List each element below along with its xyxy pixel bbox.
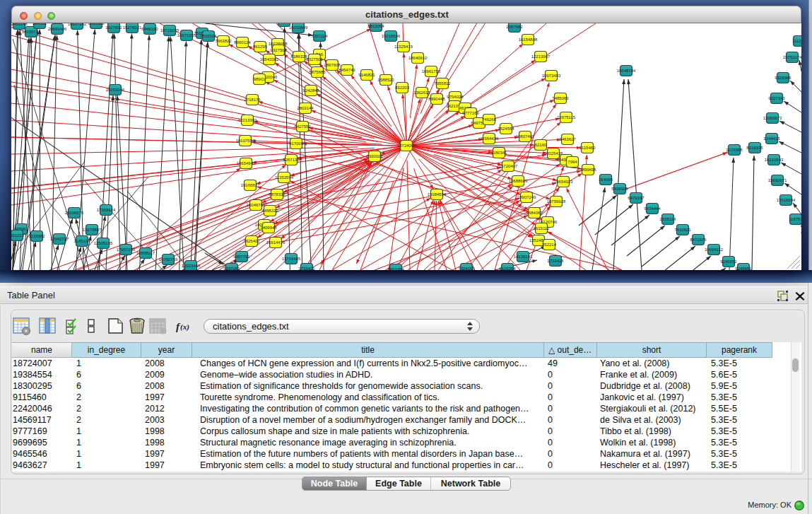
svg-text:1362615: 1362615 xyxy=(413,90,430,95)
svg-text:8660124: 8660124 xyxy=(234,40,251,45)
svg-text:1409948: 1409948 xyxy=(260,226,277,230)
svg-text:98901: 98901 xyxy=(254,77,266,81)
svg-text:6479197: 6479197 xyxy=(628,196,645,200)
svg-text:2935114: 2935114 xyxy=(660,217,677,221)
svg-text:17016504: 17016504 xyxy=(777,198,796,202)
svg-text:9337261: 9337261 xyxy=(223,267,240,270)
svg-text:12942737: 12942737 xyxy=(50,237,69,241)
svg-text:17359924: 17359924 xyxy=(97,208,116,212)
svg-text:20206576: 20206576 xyxy=(65,211,84,215)
svg-text:1733421: 1733421 xyxy=(298,267,315,270)
svg-text:16210643: 16210643 xyxy=(765,158,784,162)
svg-text:9327505: 9327505 xyxy=(306,57,323,62)
svg-text:16782759: 16782759 xyxy=(159,257,178,262)
svg-text:9146821: 9146821 xyxy=(358,73,375,77)
svg-text:2087682: 2087682 xyxy=(506,25,523,29)
svg-text:8427552: 8427552 xyxy=(294,124,311,129)
svg-text:7515526: 7515526 xyxy=(200,34,217,38)
svg-text:16154808: 16154808 xyxy=(519,37,538,42)
svg-text:11353594: 11353594 xyxy=(275,175,294,180)
svg-text:1145194: 1145194 xyxy=(74,239,91,243)
svg-text:9684067: 9684067 xyxy=(526,211,543,215)
svg-text:7964: 7964 xyxy=(567,160,577,164)
svg-text:14136141: 14136141 xyxy=(514,255,533,259)
svg-text:12923468: 12923468 xyxy=(182,264,201,268)
svg-text:5938928: 5938928 xyxy=(611,187,628,191)
svg-text:15276021: 15276021 xyxy=(123,25,142,30)
svg-text:9457791: 9457791 xyxy=(233,255,250,259)
svg-text:746266: 746266 xyxy=(482,117,497,122)
svg-text:12213967: 12213967 xyxy=(531,54,551,59)
svg-text:111283: 111283 xyxy=(792,39,801,43)
svg-text:1180341: 1180341 xyxy=(491,151,508,155)
svg-text:18640910: 18640910 xyxy=(408,56,428,60)
svg-text:10807487: 10807487 xyxy=(516,134,535,139)
svg-text:11325419: 11325419 xyxy=(394,45,413,49)
svg-text:3624554: 3624554 xyxy=(498,127,514,131)
svg-text:1215958: 1215958 xyxy=(726,148,743,152)
svg-text:14055714: 14055714 xyxy=(22,30,41,34)
svg-text:16543382: 16543382 xyxy=(260,57,279,62)
svg-text:391213: 391213 xyxy=(11,233,25,238)
svg-text:12213383: 12213383 xyxy=(238,118,257,122)
svg-text:5875685: 5875685 xyxy=(309,70,326,74)
svg-text:19756928: 19756928 xyxy=(547,199,566,204)
svg-text:19654923: 19654923 xyxy=(554,180,573,184)
svg-text:10046766: 10046766 xyxy=(247,203,266,207)
svg-text:16648784: 16648784 xyxy=(617,69,636,73)
svg-text:9327503: 9327503 xyxy=(270,48,287,52)
svg-text:1215682: 1215682 xyxy=(28,234,45,238)
svg-text:2718176: 2718176 xyxy=(244,98,261,102)
svg-text:9227343: 9227343 xyxy=(768,96,785,100)
svg-text:7357224: 7357224 xyxy=(311,34,328,38)
svg-text:1527602: 1527602 xyxy=(105,25,122,30)
svg-text:8215935: 8215935 xyxy=(746,146,763,150)
svg-text:12505135: 12505135 xyxy=(94,241,113,245)
svg-text:832203: 832203 xyxy=(395,86,410,90)
svg-text:1615112: 1615112 xyxy=(534,226,551,230)
svg-text:6466160: 6466160 xyxy=(141,27,158,31)
svg-text:3267130: 3267130 xyxy=(283,158,300,162)
svg-text:62160: 62160 xyxy=(535,143,547,147)
svg-text:252214: 252214 xyxy=(542,243,557,247)
svg-text:9245652: 9245652 xyxy=(720,259,737,264)
svg-text:2930027: 2930027 xyxy=(366,154,383,158)
svg-text:9245651: 9245651 xyxy=(735,267,752,270)
svg-text:2803144: 2803144 xyxy=(297,106,314,110)
svg-text:6123354: 6123354 xyxy=(499,267,516,270)
svg-text:8186328: 8186328 xyxy=(290,54,307,59)
svg-text:7632621: 7632621 xyxy=(674,228,691,232)
svg-text:9794028: 9794028 xyxy=(447,95,464,99)
svg-text:891295: 891295 xyxy=(253,45,268,49)
svg-text:2469148: 2469148 xyxy=(11,23,28,26)
svg-text:16033809: 16033809 xyxy=(289,25,308,30)
svg-text:7485063: 7485063 xyxy=(552,96,569,100)
svg-text:16961758: 16961758 xyxy=(422,69,441,74)
svg-text:8878332: 8878332 xyxy=(269,192,286,197)
svg-text:994162: 994162 xyxy=(33,23,47,25)
svg-text:18724007: 18724007 xyxy=(397,144,416,148)
svg-text:2867608: 2867608 xyxy=(324,63,341,67)
svg-text:8990448: 8990448 xyxy=(428,97,445,101)
svg-text:20053346: 20053346 xyxy=(106,88,125,92)
svg-text:7324155: 7324155 xyxy=(458,267,475,270)
svg-text:116753: 116753 xyxy=(789,217,801,221)
svg-text:19654943: 19654943 xyxy=(237,161,256,165)
svg-text:8813054: 8813054 xyxy=(367,24,384,28)
svg-text:13716485: 13716485 xyxy=(282,257,301,261)
svg-text:19384554: 19384554 xyxy=(428,192,447,197)
svg-text:9899695: 9899695 xyxy=(579,168,596,172)
svg-text:10719155: 10719155 xyxy=(160,28,180,33)
svg-text:8471676: 8471676 xyxy=(690,238,707,242)
svg-text:18907249: 18907249 xyxy=(517,195,536,199)
svg-text:417006: 417006 xyxy=(289,141,304,146)
svg-text:9463627: 9463627 xyxy=(559,137,576,141)
svg-text:(x): (x) xyxy=(180,322,189,332)
svg-text:13975887: 13975887 xyxy=(83,228,102,232)
svg-text:12975115: 12975115 xyxy=(557,115,576,119)
svg-text:12093873: 12093873 xyxy=(763,116,782,120)
svg-text:9242845: 9242845 xyxy=(302,88,319,93)
svg-text:15692971: 15692971 xyxy=(768,178,787,182)
svg-text:7663822: 7663822 xyxy=(215,39,232,43)
svg-text:10688609: 10688609 xyxy=(509,179,528,183)
